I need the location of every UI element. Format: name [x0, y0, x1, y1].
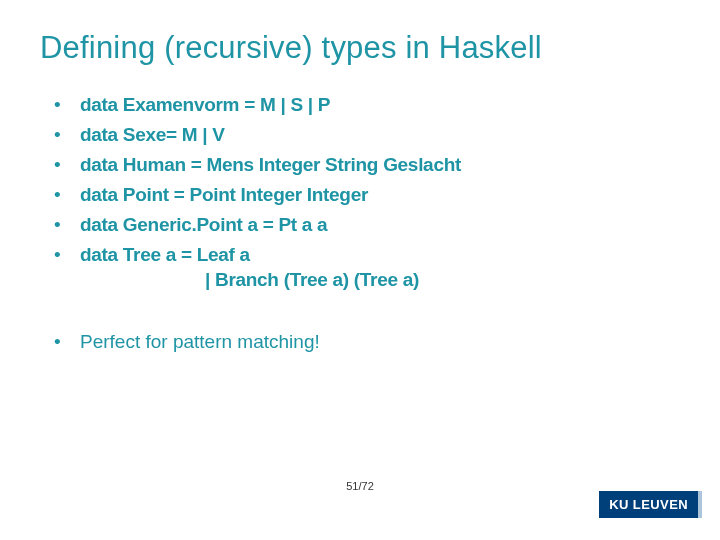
note-text: Perfect for pattern matching!: [80, 331, 320, 352]
code-line: data Generic.Point a = Pt a a: [80, 214, 327, 235]
code-line: data Tree a = Leaf a: [80, 244, 250, 265]
code-line: data Human = Mens Integer String Geslach…: [80, 154, 461, 175]
slide: Defining (recursive) types in Haskell da…: [0, 0, 720, 540]
code-line-continuation: | Branch (Tree a) (Tree a): [80, 267, 680, 292]
list-item: data Sexe= M | V: [54, 122, 680, 147]
list-item: data Point = Point Integer Integer: [54, 182, 680, 207]
code-line: data Point = Point Integer Integer: [80, 184, 368, 205]
list-item: data Generic.Point a = Pt a a: [54, 212, 680, 237]
list-item-note: Perfect for pattern matching!: [54, 329, 680, 354]
list-item: data Human = Mens Integer String Geslach…: [54, 152, 680, 177]
slide-title: Defining (recursive) types in Haskell: [40, 30, 680, 66]
list-item: data Examenvorm = M | S | P: [54, 92, 680, 117]
kuleuven-logo: KU LEUVEN: [599, 491, 698, 518]
code-line: data Examenvorm = M | S | P: [80, 94, 330, 115]
list-item: data Tree a = Leaf a | Branch (Tree a) (…: [54, 242, 680, 292]
code-line: data Sexe= M | V: [80, 124, 225, 145]
content-list: data Examenvorm = M | S | P data Sexe= M…: [40, 92, 680, 354]
